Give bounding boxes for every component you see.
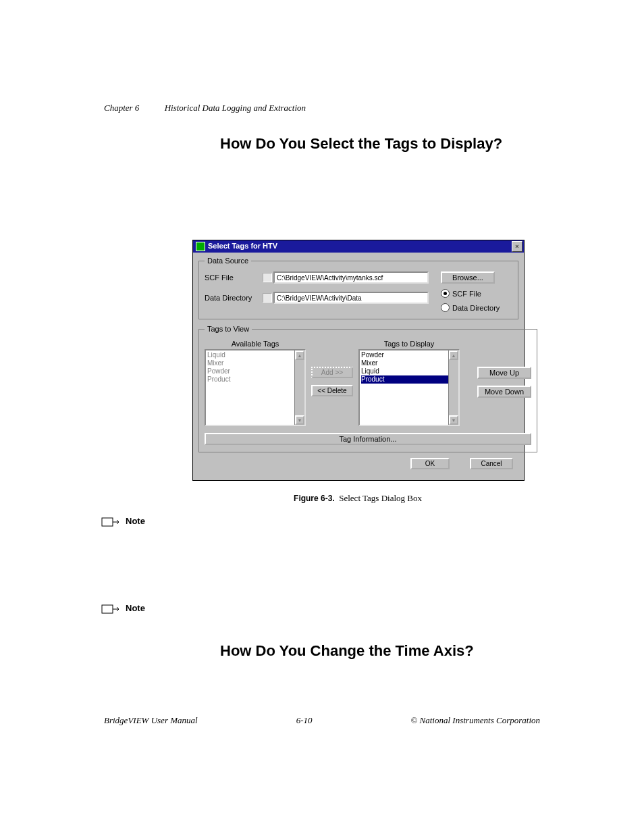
footer-page-number: 6-10: [296, 715, 313, 726]
path-icon[interactable]: [263, 273, 272, 282]
data-directory-input[interactable]: [273, 292, 429, 304]
scf-file-input[interactable]: [273, 271, 429, 284]
delete-button[interactable]: << Delete: [311, 385, 353, 396]
svg-rect-1: [102, 605, 113, 613]
move-up-button[interactable]: Move Up: [477, 367, 531, 379]
list-item[interactable]: Liquid: [361, 367, 457, 375]
page-footer: BridgeVIEW User Manual 6-10 © National I…: [104, 715, 540, 726]
scroll-up-icon[interactable]: ▲: [295, 350, 304, 360]
note-icon: [101, 603, 120, 615]
data-source-legend: Data Source: [205, 257, 251, 265]
tags-to-view-legend: Tags to View: [205, 325, 252, 333]
list-item[interactable]: Liquid: [207, 351, 303, 359]
data-directory-label: Data Directory: [205, 294, 263, 302]
tags-to-view-group: Tags to View Available Tags Liquid Mixer…: [198, 325, 537, 452]
dialog-titlebar[interactable]: Select Tags for HTV ×: [193, 240, 524, 253]
list-item[interactable]: Product: [207, 375, 303, 384]
heading-select-tags: How Do You Select the Tags to Display?: [220, 135, 543, 153]
scroll-up-icon[interactable]: ▲: [449, 350, 458, 360]
scrollbar[interactable]: ▲ ▼: [448, 350, 458, 425]
tag-information-button[interactable]: Tag Information...: [205, 433, 531, 445]
note-block: Note .: [101, 603, 543, 618]
dialog-title: Select Tags for HTV: [208, 242, 277, 250]
available-tags-header: Available Tags: [232, 340, 279, 348]
figure-caption: Figure 6-3. Select Tags Dialog Box: [192, 493, 523, 504]
scroll-down-icon[interactable]: ▼: [449, 415, 458, 425]
chapter-title: Historical Data Logging and Extraction: [165, 103, 306, 113]
footer-copyright: © National Instruments Corporation: [410, 715, 540, 726]
figure-caption-text: Select Tags Dialog Box: [339, 493, 422, 503]
note-icon: [101, 516, 120, 528]
list-item[interactable]: Product: [361, 375, 457, 384]
note-block: Note ...: [101, 516, 543, 560]
note-label: Note: [126, 516, 145, 526]
heading-time-axis: How Do You Change the Time Axis?: [220, 642, 543, 660]
note-text: ...: [149, 516, 152, 560]
app-icon: [196, 242, 205, 251]
radio-dir-label: Data Directory: [452, 304, 500, 312]
footer-manual-title: BridgeVIEW User Manual: [104, 715, 198, 726]
available-tags-list[interactable]: Liquid Mixer Powder Product ▲ ▼: [205, 349, 306, 426]
select-tags-dialog: Select Tags for HTV × Data Source SCF Fi…: [192, 240, 525, 481]
radio-icon: [441, 289, 450, 298]
note-label: Note: [126, 603, 145, 613]
list-item[interactable]: Mixer: [207, 359, 303, 367]
list-item[interactable]: Powder: [207, 367, 303, 375]
radio-scf-label: SCF File: [452, 290, 481, 298]
svg-rect-0: [102, 518, 113, 526]
scf-file-label: SCF File: [205, 273, 263, 282]
path-icon[interactable]: [263, 293, 272, 303]
browse-button[interactable]: Browse...: [441, 271, 495, 284]
figure-label: Figure 6-3.: [294, 494, 335, 503]
breadcrumb: Chapter 6 Historical Data Logging and Ex…: [104, 103, 306, 113]
tags-to-display-list[interactable]: Powder Mixer Liquid Product ▲ ▼: [358, 349, 460, 426]
data-source-group: Data Source SCF File Data Directory: [198, 257, 518, 319]
scroll-down-icon[interactable]: ▼: [295, 415, 304, 425]
note-text: .: [149, 603, 152, 618]
chapter-number: Chapter 6: [104, 103, 139, 113]
ok-button[interactable]: OK: [410, 458, 450, 469]
tags-to-display-header: Tags to Display: [384, 340, 435, 348]
radio-scf-file[interactable]: SCF File: [441, 289, 481, 298]
list-item[interactable]: Mixer: [361, 359, 457, 367]
close-icon[interactable]: ×: [512, 241, 522, 252]
body-placeholder-1: ....: [219, 169, 543, 228]
add-button[interactable]: Add >>: [311, 367, 353, 378]
cancel-button[interactable]: Cancel: [470, 458, 513, 469]
radio-icon: [441, 303, 450, 312]
scrollbar[interactable]: ▲ ▼: [294, 350, 304, 425]
list-item[interactable]: Powder: [361, 351, 457, 359]
move-down-button[interactable]: Move Down: [477, 386, 531, 398]
radio-data-directory[interactable]: Data Directory: [441, 303, 500, 312]
